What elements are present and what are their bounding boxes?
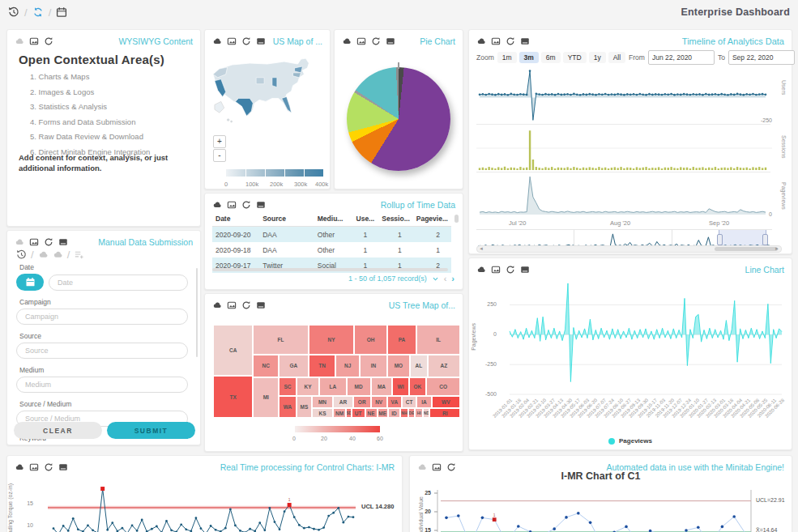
scrollbar-thumb[interactable] <box>715 247 779 251</box>
zoom-option-1m[interactable]: 1m <box>497 52 517 63</box>
treemap-cell-md[interactable]: MD <box>347 377 371 396</box>
cloud-upload-icon[interactable] <box>38 249 49 260</box>
image-icon[interactable] <box>356 36 366 46</box>
zoom-option-all[interactable]: All <box>608 52 625 63</box>
us-treemap[interactable]: CATXFLNYOHPAILNCGATNNJINMOALAZMISCKYLAMD… <box>213 325 460 418</box>
scroll-left-arrow[interactable]: ◄ <box>479 246 484 251</box>
treemap-cell-sd[interactable]: SD <box>346 408 352 418</box>
monitor-icon[interactable] <box>256 200 266 210</box>
treemap-cell-il[interactable]: IL <box>416 325 460 355</box>
cloud-download-icon[interactable] <box>53 249 63 260</box>
treemap-cell-nm[interactable]: NM <box>333 408 346 418</box>
column-header-mediu[interactable]: Mediu... <box>314 211 353 227</box>
treemap-cell-nd[interactable]: ND <box>423 408 429 418</box>
treemap-cell-ky[interactable]: KY <box>297 377 319 396</box>
treemap-cell-wv[interactable]: WV <box>432 396 460 408</box>
column-header-sessio[interactable]: Sessio... <box>378 211 413 227</box>
table-row[interactable]: 2020-09-18DAAOther111 <box>212 242 451 257</box>
image-icon[interactable] <box>29 237 39 247</box>
form-scrollbar[interactable] <box>196 268 198 357</box>
treemap-cell-ct[interactable]: CT <box>402 396 416 408</box>
column-header-use[interactable]: Use... <box>353 211 379 227</box>
refresh-icon[interactable] <box>44 237 53 247</box>
treemap-cell-mn[interactable]: MN <box>312 396 333 408</box>
chevron-down-icon[interactable] <box>432 275 439 283</box>
treemap-cell-la[interactable]: LA <box>319 377 347 396</box>
to-date-input[interactable] <box>728 50 795 65</box>
from-date-input[interactable] <box>648 50 715 65</box>
pie-chart[interactable] <box>347 67 450 171</box>
treemap-cell-tn[interactable]: TN <box>309 355 336 377</box>
monitor-icon[interactable] <box>58 237 68 247</box>
table-row[interactable]: 2020-09-20DAAOther112 <box>212 227 451 243</box>
treemap-cell-hi[interactable]: HI <box>415 408 423 418</box>
sync-icon[interactable] <box>32 6 44 18</box>
treemap-cell-oh[interactable]: OH <box>354 325 386 355</box>
treemap-cell-ar[interactable]: AR <box>333 396 353 408</box>
map-zoom-out-button[interactable]: - <box>213 149 226 162</box>
zoom-option-1y[interactable]: 1y <box>589 52 606 63</box>
refresh-icon[interactable] <box>506 36 515 46</box>
treemap-cell-ne[interactable]: NE <box>365 408 378 418</box>
treemap-cell-id[interactable]: ID <box>388 408 400 418</box>
timeline-scrollbar[interactable]: ◄ ► <box>476 245 782 253</box>
date-input[interactable] <box>49 275 188 291</box>
map-zoom-in-button[interactable]: + <box>213 135 226 148</box>
cloud-icon[interactable] <box>212 36 222 46</box>
treemap-cell-az[interactable]: AZ <box>428 355 460 377</box>
cloud-icon[interactable] <box>342 36 352 46</box>
monitor-icon[interactable] <box>520 36 530 46</box>
cloud-icon[interactable] <box>15 237 24 247</box>
legend-marker-pageviews[interactable] <box>608 438 615 445</box>
image-icon[interactable] <box>227 200 237 210</box>
monitor-icon[interactable] <box>256 36 266 46</box>
history-icon[interactable] <box>8 6 19 18</box>
monitor-icon[interactable] <box>386 36 395 46</box>
clear-button[interactable]: CLEAR <box>14 422 102 439</box>
treemap-cell-de[interactable]: DE <box>408 408 415 418</box>
cloud-icon[interactable] <box>212 300 222 310</box>
treemap-cell-fl[interactable]: FL <box>253 325 308 355</box>
zoom-option-3m[interactable]: 3m <box>519 52 539 63</box>
page-prev-button[interactable]: ‹ <box>444 274 447 283</box>
navigator-handle-left[interactable] <box>717 234 723 245</box>
refresh-icon[interactable] <box>371 36 381 46</box>
treemap-cell-ms[interactable]: MS <box>297 396 312 418</box>
cloud-icon[interactable] <box>15 36 24 46</box>
column-header-pagevie[interactable]: Pagevie... <box>413 211 451 227</box>
refresh-icon[interactable] <box>241 300 251 310</box>
us-choropleth-map[interactable] <box>208 53 328 137</box>
table-horizontal-scrollbar[interactable] <box>212 268 448 271</box>
column-header-source[interactable]: Source <box>259 211 314 227</box>
page-next-button[interactable]: › <box>451 274 454 283</box>
treemap-cell-va[interactable]: VA <box>387 396 402 408</box>
treemap-cell-in[interactable]: IN <box>360 355 387 377</box>
treemap-cell-me[interactable]: ME <box>378 408 388 418</box>
treemap-cell-nc[interactable]: NC <box>253 355 279 377</box>
calendar-icon[interactable] <box>56 6 67 18</box>
treemap-cell-al[interactable]: AL <box>410 355 428 377</box>
treemap-cell-mo[interactable]: MO <box>387 355 410 377</box>
source-input[interactable] <box>16 343 188 359</box>
treemap-cell-wi[interactable]: WI <box>392 377 408 396</box>
treemap-cell-ia[interactable]: IA <box>416 396 431 408</box>
image-icon[interactable] <box>491 36 501 46</box>
navigator-handle-right[interactable] <box>762 234 768 245</box>
treemap-cell-nj[interactable]: NJ <box>335 355 360 377</box>
treemap-cell-ma[interactable]: MA <box>371 377 393 396</box>
treemap-cell-ut[interactable]: UT <box>352 408 365 418</box>
treemap-cell-ca[interactable]: CA <box>213 325 253 376</box>
cloud-icon[interactable] <box>212 200 222 210</box>
refresh-icon[interactable] <box>241 36 251 46</box>
treemap-cell-wa[interactable]: WA <box>279 396 297 418</box>
treemap-cell-nv[interactable]: NV <box>371 396 387 408</box>
legend-label-pageviews[interactable]: Pageviews <box>619 437 652 445</box>
zoom-option-6m[interactable]: 6m <box>541 52 561 63</box>
submit-button[interactable]: SUBMIT <box>107 422 195 439</box>
treemap-cell-co[interactable]: CO <box>426 377 460 396</box>
add-list-icon[interactable] <box>74 249 84 260</box>
zoom-option-ytd[interactable]: YTD <box>563 52 587 63</box>
scroll-right-arrow[interactable]: ► <box>775 246 779 251</box>
treemap-cell-pa[interactable]: PA <box>387 325 417 355</box>
history-icon[interactable] <box>16 249 27 260</box>
